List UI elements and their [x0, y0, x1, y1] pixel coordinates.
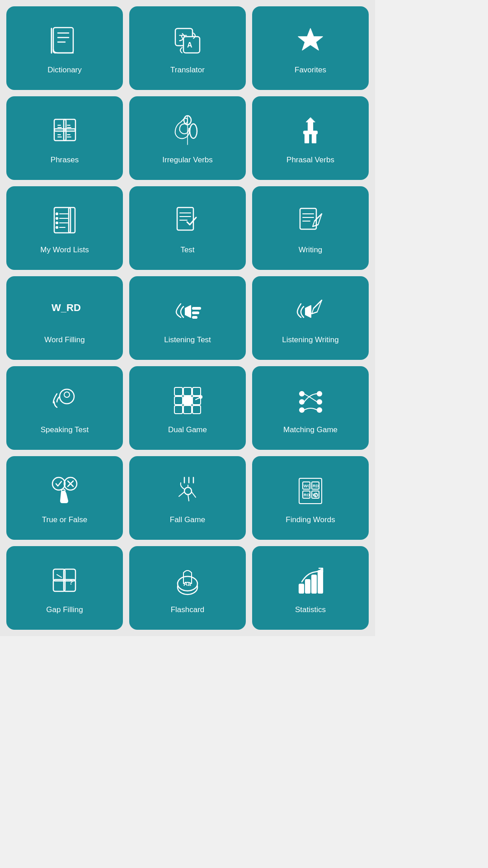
main-grid: Dictionary 文 A Translator Favorites	[0, 0, 375, 636]
listening-writing-icon	[292, 292, 328, 329]
svg-marker-8	[298, 28, 323, 50]
tile-fall-game[interactable]: Fall Game	[129, 456, 246, 540]
tile-translator[interactable]: 文 A Translator	[129, 6, 246, 90]
svg-text:WO: WO	[304, 484, 311, 488]
finding-words-label: Finding Words	[286, 515, 335, 525]
svg-rect-55	[183, 396, 192, 405]
favorites-icon	[292, 23, 328, 59]
svg-rect-58	[183, 406, 192, 414]
true-or-false-icon	[47, 472, 83, 509]
svg-marker-46	[305, 306, 311, 317]
fall-game-icon	[169, 472, 206, 509]
irregular-verbs-icon	[169, 113, 206, 149]
phrases-icon	[47, 113, 83, 149]
tile-gap-filling[interactable]: ? Gap Filling	[6, 546, 123, 630]
my-word-lists-label: My Word Lists	[40, 245, 89, 255]
svg-point-66	[317, 400, 322, 404]
svg-rect-100	[299, 584, 304, 593]
word-filling-icon: W_RD	[47, 292, 83, 329]
translator-icon: 文 A	[169, 23, 206, 59]
svg-rect-57	[174, 406, 183, 414]
svg-point-64	[300, 408, 304, 412]
svg-line-78	[179, 492, 184, 496]
tile-irregular-verbs[interactable]: Irregular Verbs	[129, 96, 246, 180]
tile-true-or-false[interactable]: True or False	[6, 456, 123, 540]
svg-point-49	[60, 389, 74, 404]
phrasal-verbs-icon	[292, 113, 328, 149]
speaking-test-label: Speaking Test	[41, 425, 89, 435]
svg-rect-31	[177, 208, 193, 230]
svg-point-24	[56, 217, 58, 219]
svg-point-63	[300, 400, 304, 404]
fall-game-label: Fall Game	[170, 515, 205, 525]
svg-text:Aa: Aa	[183, 580, 191, 587]
statistics-label: Statistics	[295, 605, 326, 615]
svg-text:RD: RD	[313, 484, 319, 488]
svg-point-67	[317, 408, 322, 412]
svg-rect-52	[183, 387, 192, 396]
svg-point-22	[56, 213, 58, 215]
tile-matching-game[interactable]: Matching Game	[252, 366, 369, 450]
svg-rect-53	[192, 387, 201, 396]
svg-rect-59	[192, 406, 201, 414]
translator-label: Translator	[170, 65, 205, 75]
tile-dictionary[interactable]: Dictionary	[6, 6, 123, 90]
tile-flashcard[interactable]: Aa Flashcard	[129, 546, 246, 630]
word-filling-label: Word Filling	[44, 335, 84, 345]
svg-rect-19	[312, 134, 316, 143]
irregular-verbs-label: Irregular Verbs	[162, 155, 213, 165]
tile-listening-test[interactable]: Listening Test	[129, 276, 246, 360]
tile-favorites[interactable]: Favorites	[252, 6, 369, 90]
svg-marker-42	[185, 306, 191, 317]
test-icon	[169, 203, 206, 239]
gap-filling-label: Gap Filling	[46, 605, 83, 615]
svg-text:W_RD: W_RD	[52, 302, 81, 313]
favorites-label: Favorites	[295, 65, 326, 75]
writing-icon	[292, 203, 328, 239]
tile-word-filling[interactable]: W_RD Word Filling	[6, 276, 123, 360]
flashcard-label: Flashcard	[171, 605, 205, 615]
svg-line-79	[192, 492, 196, 497]
tile-writing[interactable]: Writing	[252, 186, 369, 270]
svg-line-77	[188, 495, 189, 501]
svg-rect-51	[174, 387, 183, 396]
svg-point-26	[56, 222, 58, 224]
tile-test[interactable]: Test	[129, 186, 246, 270]
svg-rect-101	[305, 580, 310, 593]
matching-game-label: Matching Game	[283, 425, 338, 435]
true-or-false-label: True or False	[42, 515, 87, 525]
svg-rect-103	[318, 571, 323, 593]
svg-rect-20	[54, 208, 70, 233]
listening-writing-label: Listening Writing	[282, 335, 338, 345]
gap-filling-icon: ?	[47, 562, 83, 599]
flashcard-icon: Aa	[169, 562, 206, 599]
svg-rect-102	[312, 575, 316, 593]
svg-point-75	[184, 487, 192, 495]
finding-words-icon: WO RD RO W	[292, 472, 328, 509]
writing-label: Writing	[299, 245, 323, 255]
tile-speaking-test[interactable]: Speaking Test	[6, 366, 123, 450]
svg-rect-45	[192, 316, 197, 318]
tile-my-word-lists[interactable]: My Word Lists	[6, 186, 123, 270]
svg-point-50	[64, 392, 70, 397]
svg-point-28	[56, 226, 58, 228]
svg-point-65	[317, 392, 322, 396]
svg-rect-44	[192, 312, 199, 314]
tile-statistics[interactable]: Statistics	[252, 546, 369, 630]
tile-listening-writing[interactable]: Listening Writing	[252, 276, 369, 360]
svg-rect-43	[192, 307, 201, 309]
svg-rect-18	[305, 134, 309, 143]
tile-finding-words[interactable]: WO RD RO W Finding Words	[252, 456, 369, 540]
dictionary-label: Dictionary	[47, 65, 82, 75]
tile-phrasal-verbs[interactable]: Phrasal Verbs	[252, 96, 369, 180]
listening-test-icon	[169, 292, 206, 329]
svg-text:A: A	[187, 41, 192, 49]
dual-game-icon	[169, 382, 206, 419]
svg-point-62	[300, 392, 304, 396]
my-word-lists-icon	[47, 203, 83, 239]
test-label: Test	[180, 245, 194, 255]
svg-point-61	[199, 396, 202, 398]
tile-phrases[interactable]: Phrases	[6, 96, 123, 180]
phrases-label: Phrases	[51, 155, 79, 165]
tile-dual-game[interactable]: Dual Game	[129, 366, 246, 450]
